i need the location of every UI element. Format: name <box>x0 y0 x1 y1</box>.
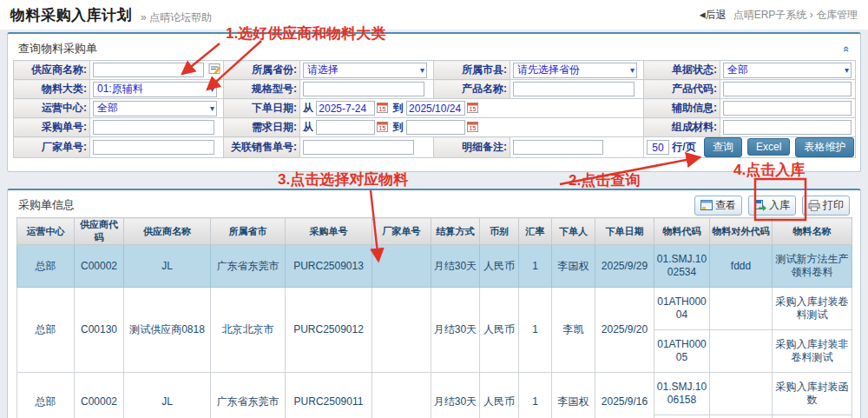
table-cell: 1 <box>519 245 552 288</box>
table-cell: 测试新方法生产领料卷料 <box>773 245 852 288</box>
svg-text:15: 15 <box>470 125 477 131</box>
query-form: 供应商名称: 所属省份: 请选择▾ 所属市县: 请先选择省份▾ 单据状态: 全部… <box>13 60 856 158</box>
table-cell: 测试供应商0818 <box>124 288 211 373</box>
supplier-name-input[interactable] <box>93 63 204 77</box>
collapse-panel-icon[interactable]: « <box>840 45 853 51</box>
breadcrumb-system[interactable]: 点晴ERP子系统 <box>733 9 807 21</box>
column-header: 物料对外代码 <box>710 218 773 245</box>
materials-comp-input[interactable] <box>723 120 852 135</box>
table-cell: 人民币 <box>480 245 519 288</box>
column-header: 采购单号 <box>286 218 372 245</box>
back-link[interactable]: ◀后退 <box>700 8 727 23</box>
detail-remark-label: 明细备注: <box>434 137 510 158</box>
order-date-from-input[interactable] <box>316 101 375 116</box>
breadcrumb-separator: › <box>810 9 813 21</box>
purchase-no-label: 采购单号: <box>14 118 90 137</box>
calendar-icon[interactable]: 15 <box>377 102 388 113</box>
table-cell: 广东省东莞市 <box>211 373 286 418</box>
table-cell: 总部 <box>17 245 75 288</box>
operation-center-select[interactable]: 全部▾ <box>93 101 217 116</box>
chevron-down-icon: ▾ <box>420 65 424 75</box>
supplier-name-label: 供应商名称: <box>14 61 90 80</box>
annotation-step1: 1.选好供应商和物料大类 <box>226 23 385 43</box>
order-date-to-input[interactable] <box>406 101 465 116</box>
table-maintain-button[interactable]: 表格维护 <box>795 137 854 157</box>
chevron-down-icon: ▾ <box>845 65 849 75</box>
product-code-label: 产品代码: <box>644 80 720 99</box>
table-cell: 01.SMJ.1006158 <box>654 373 710 415</box>
table-cell <box>372 288 431 373</box>
factory-no-input[interactable] <box>93 140 214 155</box>
province-select[interactable]: 请选择▾ <box>303 63 427 78</box>
table-cell: 李国权 <box>552 373 595 418</box>
column-header: 所属省市 <box>211 218 286 245</box>
city-label: 所属市县: <box>434 61 510 80</box>
order-date-to-label: 到 <box>393 102 404 114</box>
calendar-icon[interactable]: 15 <box>377 121 388 132</box>
table-cell: 李国权 <box>552 245 595 288</box>
view-icon <box>700 200 713 211</box>
product-name-input[interactable] <box>513 82 635 96</box>
lookup-icon[interactable] <box>208 63 220 75</box>
orders-panel: 采购单信息 查看入库打印 运营中心供应商代码供应商名称所属省市采购单号厂家单号结… <box>7 189 861 418</box>
material-category-label: 物料大类: <box>14 80 90 99</box>
materials-comp-label: 组成材料: <box>644 118 720 137</box>
table-cell: 月结30天 <box>431 373 480 418</box>
excel-button[interactable]: Excel <box>747 138 790 156</box>
doc-status-select[interactable]: 全部▾ <box>723 63 852 78</box>
demand-date-from-input[interactable] <box>316 120 375 135</box>
city-select[interactable]: 请先选择省份▾ <box>513 63 637 78</box>
column-header: 供应商名称 <box>124 218 211 245</box>
column-header: 下单人 <box>552 218 595 245</box>
table-cell: 北京北京市 <box>211 288 286 373</box>
demand-date-to-input[interactable] <box>406 120 465 135</box>
table-cell: 月结30天 <box>431 245 480 288</box>
table-row[interactable]: 总部C00002JL广东省东莞市PURC2509011月结30天人民币1李国权2… <box>17 373 852 415</box>
query-panel: 查询物料采购单 « 供应商名称: 所属省份: 请选择▾ 所属市县: 请先选择省份… <box>7 32 861 172</box>
factory-no-label: 厂家单号: <box>14 137 90 158</box>
column-header: 供应商代码 <box>75 218 124 245</box>
print-button[interactable]: 打印 <box>802 196 850 216</box>
aux-info-input[interactable] <box>723 101 852 116</box>
orders-panel-title: 采购单信息 <box>18 197 75 213</box>
calendar-icon[interactable]: 15 <box>467 121 478 132</box>
product-name-label: 产品名称: <box>434 80 510 99</box>
table-cell: 1 <box>519 373 552 418</box>
table-cell <box>372 373 431 418</box>
table-cell: 总部 <box>17 288 75 373</box>
purchase-no-input[interactable] <box>93 120 214 135</box>
inbound-button[interactable]: 入库 <box>748 196 796 216</box>
product-code-input[interactable] <box>723 82 852 96</box>
svg-text:15: 15 <box>379 106 386 112</box>
query-panel-title: 查询物料采购单 <box>18 41 97 56</box>
table-header-row: 运营中心供应商代码供应商名称所属省市采购单号厂家单号结算方式币别汇率下单人下单日… <box>17 218 852 245</box>
view-button[interactable]: 查看 <box>694 196 742 216</box>
spec-model-input[interactable] <box>303 82 424 96</box>
orders-table: 运营中心供应商代码供应商名称所属省市采购单号厂家单号结算方式币别汇率下单人下单日… <box>16 217 852 418</box>
order-date-from-label: 从 <box>303 102 313 114</box>
table-cell: PURC2509012 <box>286 288 372 373</box>
table-cell: 广东省东莞市 <box>211 245 286 288</box>
calendar-icon[interactable]: 15 <box>467 102 478 113</box>
inbound-icon <box>754 200 766 211</box>
table-cell: JL <box>124 373 211 418</box>
table-row[interactable]: 总部C00130测试供应商0818北京北京市PURC2509012月结30天人民… <box>17 288 852 330</box>
related-sales-no-input[interactable] <box>303 140 414 155</box>
table-cell <box>654 415 710 418</box>
column-header: 币别 <box>480 218 519 245</box>
breadcrumb: 点晴ERP子系统 › 仓库管理 <box>733 8 858 23</box>
table-cell: 01ATH00005 <box>654 330 710 373</box>
breadcrumb-module[interactable]: 仓库管理 <box>816 9 858 21</box>
table-row[interactable]: 总部C00002JL广东省东莞市PURC2509013月结30天人民币1李国权2… <box>17 245 852 288</box>
table-cell <box>710 288 773 330</box>
related-sales-no-label: 关联销售单号: <box>224 137 300 158</box>
material-category-select[interactable]: 01:原辅料▾ <box>93 82 217 97</box>
annotation-step2: 2.点击查询 <box>569 170 640 190</box>
forum-help-link[interactable]: » 点晴论坛帮助 <box>141 10 212 25</box>
detail-remark-input[interactable] <box>513 140 603 155</box>
rows-per-page-input[interactable] <box>647 140 669 155</box>
column-header: 厂家单号 <box>372 218 431 245</box>
table-cell: C00002 <box>75 373 124 418</box>
query-button[interactable]: 查询 <box>704 137 742 157</box>
chevron-down-icon: ▾ <box>210 103 214 113</box>
